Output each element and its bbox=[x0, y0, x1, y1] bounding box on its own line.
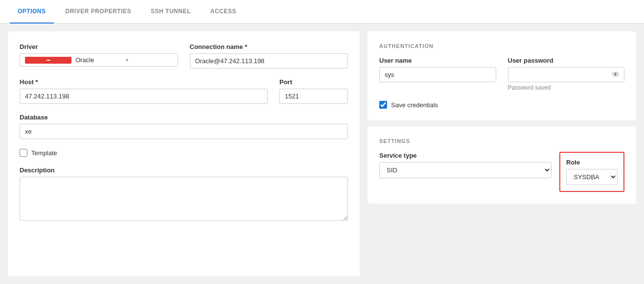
driver-label: Driver bbox=[20, 43, 178, 50]
database-group: Database bbox=[20, 114, 348, 139]
password-saved-text: Password saved bbox=[508, 84, 625, 91]
settings-row: Service type SID SERVICE_NAME Role SYSDB… bbox=[379, 152, 624, 192]
right-panel: AUTHENTICATION User name User password 👁… bbox=[368, 31, 636, 276]
host-input[interactable] bbox=[20, 89, 268, 104]
tabs-bar: OPTIONS DRIVER PROPERTIES SSH TUNNEL ACC… bbox=[0, 0, 644, 24]
template-label: Template bbox=[31, 149, 57, 157]
tab-access[interactable]: ACCESS bbox=[203, 0, 244, 24]
chevron-down-icon: ▾ bbox=[126, 57, 172, 63]
left-panel: Driver Oracle ▾ Connection name * Host *… bbox=[8, 31, 360, 276]
port-input[interactable] bbox=[279, 89, 348, 104]
role-label: Role bbox=[566, 159, 618, 166]
save-credentials-checkbox[interactable] bbox=[379, 101, 387, 109]
eye-icon[interactable]: 👁 bbox=[612, 71, 620, 79]
driver-value: Oracle bbox=[75, 56, 122, 64]
description-textarea[interactable] bbox=[20, 177, 348, 221]
password-input[interactable] bbox=[508, 67, 625, 82]
password-wrapper: 👁 bbox=[508, 67, 625, 82]
userpassword-group: User password 👁 Password saved bbox=[508, 57, 625, 91]
template-checkbox[interactable] bbox=[20, 149, 27, 157]
driver-group: Driver Oracle ▾ bbox=[20, 43, 178, 69]
auth-section: AUTHENTICATION User name User password 👁… bbox=[368, 31, 636, 120]
auth-fields-row: User name User password 👁 Password saved bbox=[379, 57, 624, 91]
connection-name-label: Connection name * bbox=[190, 43, 348, 50]
tab-driver-properties[interactable]: DRIVER PROPERTIES bbox=[58, 0, 139, 24]
save-credentials-row: Save credentials bbox=[379, 101, 624, 109]
service-type-group: Service type SID SERVICE_NAME bbox=[379, 152, 552, 178]
description-group: Description bbox=[20, 166, 348, 221]
connection-name-input[interactable] bbox=[190, 53, 348, 69]
tab-options[interactable]: OPTIONS bbox=[10, 0, 54, 24]
connection-name-group: Connection name * bbox=[190, 43, 348, 69]
template-row: Template bbox=[20, 149, 348, 157]
driver-connection-row: Driver Oracle ▾ Connection name * bbox=[20, 43, 348, 69]
host-group: Host * bbox=[20, 78, 268, 104]
role-select[interactable]: SYSDBA SYSOPER NORMAL bbox=[566, 169, 618, 185]
driver-select[interactable]: Oracle ▾ bbox=[20, 53, 178, 67]
database-label: Database bbox=[20, 114, 348, 121]
username-label: User name bbox=[379, 57, 496, 64]
oracle-icon bbox=[25, 57, 71, 64]
main-content: Driver Oracle ▾ Connection name * Host *… bbox=[0, 24, 644, 284]
host-port-row: Host * Port bbox=[20, 78, 348, 104]
host-label: Host * bbox=[20, 78, 268, 86]
username-group: User name bbox=[379, 57, 496, 91]
role-container: Role SYSDBA SYSOPER NORMAL bbox=[559, 152, 624, 192]
username-input[interactable] bbox=[379, 67, 496, 82]
port-label: Port bbox=[279, 78, 348, 86]
tab-ssh-tunnel[interactable]: SSH TUNNEL bbox=[143, 0, 199, 24]
settings-section-title: SETTINGS bbox=[379, 138, 624, 144]
description-label: Description bbox=[20, 166, 348, 174]
service-type-select[interactable]: SID SERVICE_NAME bbox=[379, 162, 552, 178]
userpassword-label: User password bbox=[508, 57, 625, 64]
service-type-label: Service type bbox=[379, 152, 552, 159]
settings-section: SETTINGS Service type SID SERVICE_NAME R… bbox=[368, 126, 636, 204]
auth-section-title: AUTHENTICATION bbox=[379, 43, 624, 49]
port-group: Port bbox=[279, 78, 348, 104]
save-credentials-label: Save credentials bbox=[391, 101, 438, 109]
database-input[interactable] bbox=[20, 124, 348, 139]
